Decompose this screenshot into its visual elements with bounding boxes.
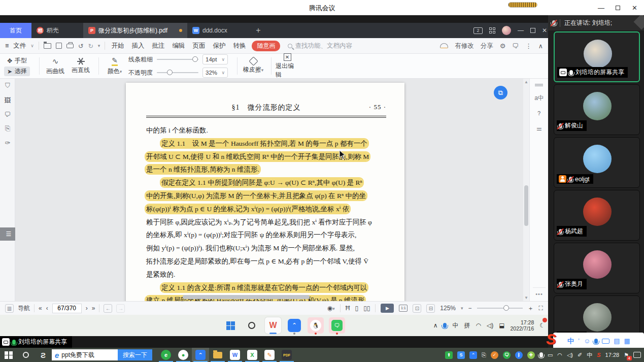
account-avatar[interactable] — [502, 26, 511, 35]
ime-zh-indicator[interactable]: 中 — [452, 321, 458, 330]
meeting-tray-icon[interactable]: ⌃ — [469, 351, 477, 359]
fullscreen-icon[interactable]: ⛶ — [539, 305, 543, 312]
more-tools-icon[interactable]: ••• — [535, 291, 543, 297]
comment-panel-icon[interactable]: 🗩 — [0, 107, 15, 121]
minimize-button[interactable]: — — [593, 0, 609, 15]
viewer-search-button[interactable] — [17, 348, 35, 362]
app-360-browser[interactable]: e — [157, 348, 175, 362]
camera-icon[interactable]: ⬓ — [499, 322, 504, 329]
single-page-icon[interactable]: ▯ — [355, 305, 359, 312]
opacity-slider[interactable] — [157, 72, 198, 73]
sogou-logo[interactable]: S — [546, 331, 556, 348]
slideshow-play-button[interactable]: ▶ — [381, 304, 394, 313]
menu-edit[interactable]: 编辑 — [171, 42, 186, 50]
ime-voice-icon[interactable] — [594, 339, 598, 344]
s-tray-icon[interactable]: S — [457, 351, 465, 359]
self-mic-muted-icon[interactable] — [552, 20, 556, 25]
settings-gear-icon[interactable]: ⚙ — [500, 42, 506, 50]
shared-wechat-app[interactable]: 🗨 — [329, 317, 345, 334]
app-wps-writer[interactable]: W — [226, 348, 244, 362]
sogou-pinwheel-button[interactable]: Ƨ — [35, 348, 52, 362]
translate-icon[interactable]: a中 — [530, 90, 548, 106]
wifi-icon[interactable]: ◠ — [476, 322, 481, 329]
freehand-mode-pill[interactable]: 随意画 — [252, 41, 280, 51]
outline-toggle-button[interactable]: ☰ — [0, 227, 17, 241]
ime-toolbox-icon[interactable]: ▦ — [624, 337, 630, 345]
document-area[interactable]: §1 微分流形的定义 · 55 · 中的第 i 个坐标函数.定义 1.1 设 M… — [15, 79, 523, 301]
vertical-scrollbar[interactable]: ▲ ▼ — [523, 79, 529, 301]
help-icon[interactable]: ？ — [530, 106, 548, 121]
page-number-input[interactable] — [52, 304, 82, 313]
color-tool[interactable]: ✎颜色▾ — [103, 55, 126, 77]
nav-panel-icon[interactable]: ▥ — [5, 304, 14, 313]
tab-home[interactable]: 首页 — [0, 23, 31, 38]
wps-restore-button[interactable] — [530, 28, 535, 33]
app-notes[interactable]: ✎ — [261, 348, 278, 362]
zoom-in-button[interactable]: ＋ — [528, 304, 534, 313]
nav-label[interactable]: 导航 — [18, 304, 30, 313]
scrollbar-thumb[interactable] — [524, 185, 528, 226]
participant-tile[interactable]: eoljgt — [554, 137, 640, 188]
two-page-icon[interactable]: ▯▯ — [363, 305, 370, 312]
ime-punct-icon[interactable]: ’ — [578, 337, 580, 345]
more-actions-caret-icon[interactable]: ▾ — [98, 43, 100, 48]
share-button[interactable]: 分享 — [481, 42, 493, 50]
shield-tray-icon[interactable]: ✓ — [491, 351, 498, 359]
ime-zh-tray[interactable]: 中 — [587, 351, 592, 359]
save-icon[interactable] — [56, 43, 62, 49]
night-mode-icon[interactable]: ☾ — [539, 322, 545, 329]
comment-bubble-icon[interactable]: 🗨 — [512, 42, 519, 50]
select-tool[interactable]: ➤选择 — [4, 67, 30, 76]
shared-qq-app[interactable]: 🐧 — [308, 317, 324, 334]
ime-pinyin-indicator[interactable]: 拼 — [464, 321, 470, 330]
action-center-icon[interactable]: ⚑4 — [624, 352, 629, 358]
next-page-button[interactable]: › — [86, 305, 88, 312]
panel-drag-handle[interactable] — [535, 84, 543, 86]
app-file-explorer[interactable] — [209, 348, 226, 362]
ime-mode-zh[interactable]: 中 — [567, 337, 574, 346]
participant-tile[interactable]: 张奥月 — [554, 243, 640, 293]
thickness-slider[interactable] — [157, 59, 198, 60]
participant-tile[interactable]: 刘培培的屏幕共享 — [554, 31, 640, 82]
tray-mic-icon[interactable] — [539, 352, 543, 357]
viewer-start-button[interactable] — [0, 348, 17, 362]
plus-tray-icon[interactable]: ✚ — [527, 351, 535, 359]
ime-emoji-icon[interactable]: ☺ — [584, 337, 590, 345]
bluetooth-icon[interactable]: ᛒ — [515, 351, 523, 359]
history-back-button[interactable]: ← — [104, 304, 112, 313]
apps-grid-icon[interactable] — [489, 27, 495, 34]
app-tencent-meeting[interactable]: ⌃ — [192, 348, 209, 362]
tray-mic-icon[interactable] — [443, 323, 447, 328]
menu-page[interactable]: 页面 — [191, 42, 207, 50]
chat-tray-icon[interactable]: 🗨 — [503, 351, 511, 359]
adjust-sliders-icon[interactable]: ⚌ — [530, 121, 548, 136]
battery-icon[interactable]: ▭ — [548, 352, 553, 358]
more-menu-icon[interactable]: ⋮ — [525, 42, 532, 50]
shared-search-button[interactable] — [244, 317, 260, 334]
history-forward-button[interactable]: → — [116, 304, 125, 313]
wps-minimize-button[interactable]: — — [518, 27, 524, 34]
draw-line-tool[interactable]: 画直线 — [69, 55, 92, 77]
zoom-value[interactable]: 125% — [440, 305, 456, 312]
usb-drive-icon[interactable]: ⎘ — [482, 352, 486, 358]
tab-docx[interactable]: Wddd.docx — [187, 23, 251, 38]
taskbar-search-go-button[interactable]: 搜索一下 — [118, 349, 152, 360]
fit-page-icon[interactable]: ⊡ — [413, 304, 421, 313]
hand-tool[interactable]: ✥手型 — [4, 56, 30, 65]
tab-pdf-active[interactable]: P微分流形初步(陈维桓).pdf — [83, 23, 187, 38]
menu-protect[interactable]: 保护 — [211, 42, 227, 50]
ime-skin-icon[interactable]: ▤ — [614, 337, 620, 345]
menu-start[interactable]: 开始 — [110, 42, 125, 50]
tray-expand-icon[interactable]: ∧ — [433, 322, 438, 329]
fit-width-icon[interactable]: ⊟ — [426, 304, 435, 313]
opacity-value-dropdown[interactable]: 32%∨ — [202, 68, 228, 78]
actual-size-icon[interactable]: 1:1 — [399, 305, 408, 312]
continuous-view-icon[interactable]: Ħ — [346, 305, 350, 312]
usb-tray-icon[interactable]: ⬆ — [445, 351, 453, 359]
projection-button[interactable]: ⧉ — [494, 86, 507, 100]
open-file-icon[interactable] — [44, 43, 51, 49]
participant-tile[interactable]: 杨武超 — [554, 190, 640, 241]
restore-button[interactable] — [609, 0, 626, 15]
pen-icon[interactable]: ✐ — [578, 352, 582, 358]
app-360-safe[interactable]: ● — [175, 348, 192, 362]
